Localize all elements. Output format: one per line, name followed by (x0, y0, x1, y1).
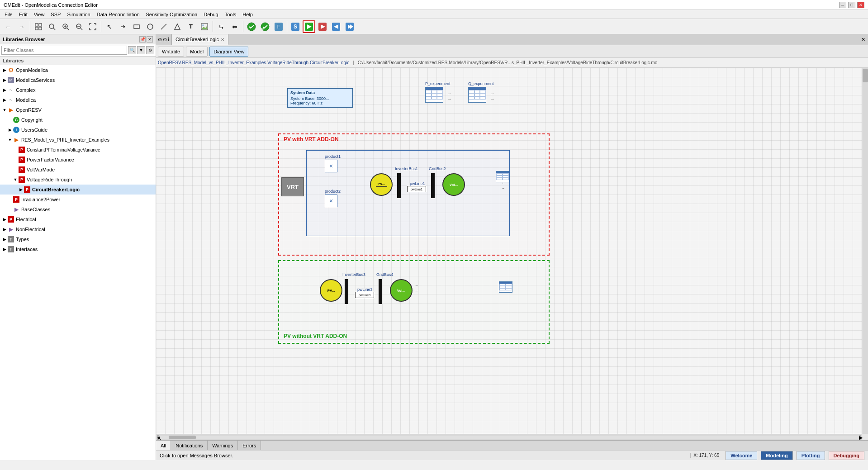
s-btn[interactable]: S (289, 20, 302, 33)
tree-item-complex[interactable]: ▶ ~ Complex (0, 85, 156, 95)
transition-tool[interactable]: ⇔ (228, 20, 241, 33)
tree-item-types[interactable]: ▶ T Types (0, 234, 156, 244)
simulate-with-options[interactable] (316, 20, 329, 33)
tree-item-res-model[interactable]: ▼ ▶ RES_Model_vs_PHIL_Inverter_Examples (0, 135, 156, 145)
tab-warnings[interactable]: Warnings (208, 441, 238, 450)
tree-item-openresv[interactable]: ▼ ▶ OpenRESV (0, 105, 156, 115)
modeling-btn[interactable]: Modeling (761, 451, 792, 460)
diagram-view-button[interactable]: Diagram View (209, 47, 248, 57)
menu-view[interactable]: View (31, 11, 47, 18)
lib-filter-button[interactable]: ▼ (137, 46, 145, 54)
product1-block[interactable]: × (325, 160, 337, 172)
pv-circle-novrt[interactable]: PV... (320, 279, 342, 302)
editor-icon-3[interactable]: ℹ (168, 37, 170, 43)
menu-file[interactable]: File (2, 11, 15, 18)
tree-item-powerfactor[interactable]: P PowerFactorVariance (0, 155, 156, 165)
lib-pin-button[interactable]: 📌 (139, 36, 146, 43)
p-exp-table[interactable] (425, 87, 443, 103)
horizontal-scrollbar[interactable]: ◀ ▶ (156, 434, 862, 440)
menu-data-reconciliation[interactable]: Data Reconciliation (94, 11, 142, 18)
rect-tool[interactable] (130, 20, 143, 33)
voltmeter-circle[interactable]: Vol... (442, 173, 465, 196)
writable-button[interactable]: Writable (158, 47, 184, 57)
menu-ssp[interactable]: SSP (48, 11, 63, 18)
arrow-tool[interactable]: ➔ (117, 20, 129, 33)
tab-errors[interactable]: Errors (238, 441, 261, 450)
menu-tools[interactable]: Tools (222, 11, 239, 18)
menu-edit[interactable]: Edit (16, 11, 30, 18)
menu-debug[interactable]: Debug (201, 11, 221, 18)
tree-item-modelica[interactable]: ▶ ~ Modelica (0, 95, 156, 105)
fit-button[interactable] (86, 20, 99, 33)
tree-item-openmodelica[interactable]: ▶ ⚙ OpenModelica (0, 65, 156, 75)
tree-item-nonelectrical[interactable]: ▶ ▶ NonElectrical (0, 224, 156, 234)
simulate-button[interactable] (303, 20, 315, 33)
lib-close-button[interactable]: ✕ (147, 36, 153, 43)
check-all-btn[interactable] (259, 20, 271, 33)
zoom-in-button[interactable] (59, 20, 72, 33)
lib-search-input[interactable] (1, 46, 127, 55)
maximize-button[interactable]: □ (848, 2, 855, 8)
tree-item-baseclasses[interactable]: ▶ BaseClasses (0, 204, 156, 214)
tab-close[interactable]: ✕ (221, 37, 224, 42)
welcome-btn[interactable]: Welcome (726, 451, 757, 460)
forward-button[interactable]: → (15, 20, 28, 33)
polygon-tool[interactable] (171, 20, 184, 33)
vm-table[interactable] (496, 171, 509, 182)
tab-circuit-breaker[interactable]: CircuitBreakerLogic ✕ (172, 34, 228, 45)
lib-settings-button[interactable]: ⚙ (146, 46, 154, 54)
debugging-btn[interactable]: Debugging (829, 451, 864, 460)
line-tool[interactable] (157, 20, 170, 33)
connect-tool[interactable]: ⇆ (215, 20, 228, 33)
zoom-out-button[interactable] (73, 20, 85, 33)
back-button[interactable]: ← (2, 20, 14, 33)
hscroll-right[interactable]: ▶ (859, 435, 861, 440)
vm-table-novrt[interactable] (499, 281, 512, 293)
flatten-btn[interactable]: F (272, 20, 285, 33)
menu-simulation[interactable]: Simulation (64, 11, 93, 18)
grid-button[interactable] (32, 20, 45, 33)
tree-item-voltvar[interactable]: P VoltVarMode (0, 165, 156, 175)
diagram-canvas[interactable]: System Data System Base: 3000... Frequen… (156, 68, 868, 440)
hscroll-left[interactable]: ◀ (157, 435, 159, 440)
tab-notifications[interactable]: Notifications (171, 441, 208, 450)
tree-item-electrical[interactable]: ▶ P Electrical (0, 214, 156, 224)
tree-item-circuitbreaker[interactable]: ▶ P CircuitBreakerLogic (0, 185, 156, 195)
q-exp-table[interactable] (468, 87, 486, 103)
model-button[interactable]: Model (186, 47, 208, 57)
close-editor-btn[interactable]: ✕ (859, 34, 868, 45)
canvas-scroll[interactable]: System Data System Base: 3000... Frequen… (156, 68, 862, 440)
pwline3-block[interactable]: pwLine3 (355, 292, 374, 298)
tree-item-interfaces[interactable]: ▶ T Interfaces (0, 244, 156, 254)
check-model-btn[interactable] (245, 20, 258, 33)
text-tool[interactable]: T (185, 20, 197, 33)
pv-circle[interactable]: PV... (370, 173, 393, 196)
tree-item-constantpf[interactable]: P ConstantPFTerminalVoltageVariance (0, 145, 156, 155)
plotting-btn[interactable]: Plotting (797, 451, 825, 460)
circle-tool[interactable] (144, 20, 157, 33)
menu-sensitivity[interactable]: Sensitivity Optimization (143, 11, 200, 18)
close-button[interactable]: ✕ (857, 2, 864, 8)
re-simulate[interactable] (330, 20, 342, 33)
tab-all[interactable]: All (156, 441, 171, 450)
lib-search-icon[interactable]: 🔍 (128, 46, 136, 54)
hscroll-track[interactable] (160, 436, 858, 439)
system-data-box[interactable]: System Data System Base: 3000... Frequen… (287, 88, 353, 108)
bitmap-tool[interactable] (198, 20, 211, 33)
product2-block[interactable]: × (325, 195, 337, 207)
menu-help[interactable]: Help (240, 11, 256, 18)
minimize-button[interactable]: ─ (839, 2, 846, 8)
vertical-scrollbar[interactable] (862, 68, 868, 434)
hscroll-thumb[interactable] (169, 436, 196, 439)
vrt-block[interactable]: VRT (281, 177, 304, 196)
pwline1-block[interactable]: pwLine1 (407, 186, 426, 192)
zoom-reset-button[interactable] (46, 20, 58, 33)
voltmeter-novrt[interactable]: Vol... (390, 279, 413, 302)
vscroll-thumb[interactable] (863, 69, 868, 82)
tree-item-voltageride[interactable]: ▼ P VoltageRideThrough (0, 175, 156, 185)
editor-icon-2[interactable]: ⊙ (163, 37, 167, 43)
simulate-4[interactable] (343, 20, 356, 33)
editor-icon-1[interactable]: ⊘ (158, 37, 162, 43)
select-tool[interactable]: ↖ (103, 20, 116, 33)
tree-item-irradiance[interactable]: P Irradiance2Power (0, 195, 156, 204)
